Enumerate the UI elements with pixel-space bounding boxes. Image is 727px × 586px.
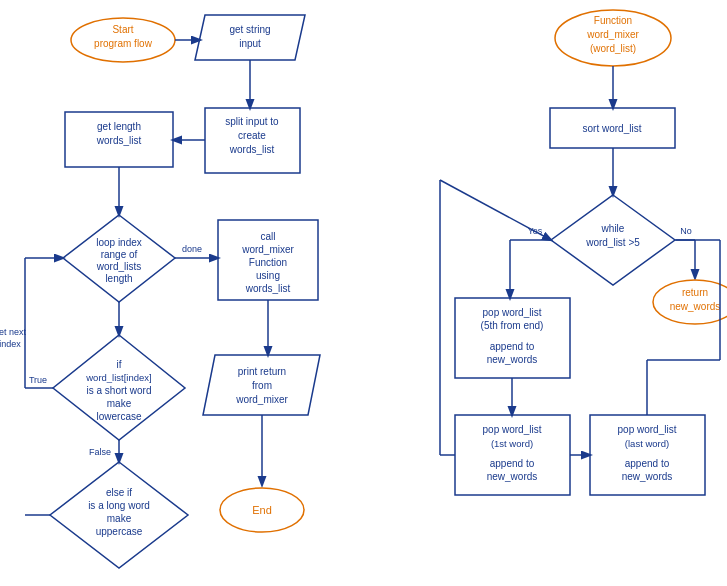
svg-text:uppercase: uppercase xyxy=(96,526,143,537)
svg-text:make: make xyxy=(107,513,132,524)
svg-text:False: False xyxy=(89,447,111,457)
svg-text:get next: get next xyxy=(0,327,27,337)
svg-text:print return: print return xyxy=(238,366,286,377)
svg-text:words_list: words_list xyxy=(245,283,291,294)
svg-text:(5th from end): (5th from end) xyxy=(481,320,544,331)
svg-text:words_list: words_list xyxy=(96,135,142,146)
svg-text:word_mixer: word_mixer xyxy=(241,244,294,255)
svg-text:call: call xyxy=(260,231,275,242)
svg-text:loop index: loop index xyxy=(96,237,142,248)
svg-text:get string: get string xyxy=(229,24,270,35)
svg-text:words_list: words_list xyxy=(229,144,275,155)
svg-text:make: make xyxy=(107,398,132,409)
svg-text:program flow: program flow xyxy=(94,38,153,49)
svg-text:lowercase: lowercase xyxy=(96,411,141,422)
svg-text:return: return xyxy=(682,287,708,298)
svg-text:if: if xyxy=(117,359,122,370)
svg-text:Function: Function xyxy=(249,257,287,268)
svg-text:range of: range of xyxy=(101,249,138,260)
svg-text:using: using xyxy=(256,270,280,281)
svg-text:length: length xyxy=(105,273,132,284)
svg-text:Function: Function xyxy=(594,15,632,26)
svg-text:No: No xyxy=(680,226,692,236)
svg-line-102 xyxy=(440,180,551,240)
svg-text:is a short word: is a short word xyxy=(86,385,151,396)
svg-text:word_mixer: word_mixer xyxy=(235,394,288,405)
svg-text:from: from xyxy=(252,380,272,391)
svg-text:new_words: new_words xyxy=(487,471,538,482)
svg-text:End: End xyxy=(252,504,272,516)
svg-text:(1st word): (1st word) xyxy=(491,438,533,449)
svg-text:new_words: new_words xyxy=(670,301,721,312)
svg-text:word_lists: word_lists xyxy=(96,261,141,272)
svg-text:pop word_list: pop word_list xyxy=(618,424,677,435)
svg-text:new_words: new_words xyxy=(622,471,673,482)
svg-text:pop word_list: pop word_list xyxy=(483,307,542,318)
svg-text:Start: Start xyxy=(112,24,133,35)
svg-text:split input to: split input to xyxy=(225,116,279,127)
svg-text:sort word_list: sort word_list xyxy=(583,123,642,134)
svg-text:get length: get length xyxy=(97,121,141,132)
svg-text:True: True xyxy=(29,375,47,385)
svg-text:word_list[index]: word_list[index] xyxy=(85,372,151,383)
svg-text:done: done xyxy=(182,244,202,254)
svg-text:append to: append to xyxy=(490,341,535,352)
svg-text:new_words: new_words xyxy=(487,354,538,365)
svg-text:index: index xyxy=(0,339,21,349)
svg-text:is a long word: is a long word xyxy=(88,500,150,511)
svg-text:create: create xyxy=(238,130,266,141)
svg-text:else if: else if xyxy=(106,487,132,498)
svg-text:pop word_list: pop word_list xyxy=(483,424,542,435)
svg-text:append to: append to xyxy=(490,458,535,469)
svg-text:(word_list): (word_list) xyxy=(590,43,636,54)
svg-text:input: input xyxy=(239,38,261,49)
flowchart-svg: Start program flow get string input spli… xyxy=(0,0,727,586)
svg-text:word_mixer: word_mixer xyxy=(586,29,639,40)
svg-text:while: while xyxy=(601,223,625,234)
svg-text:(last word): (last word) xyxy=(625,438,669,449)
svg-text:append to: append to xyxy=(625,458,670,469)
svg-text:word_list >5: word_list >5 xyxy=(585,237,640,248)
